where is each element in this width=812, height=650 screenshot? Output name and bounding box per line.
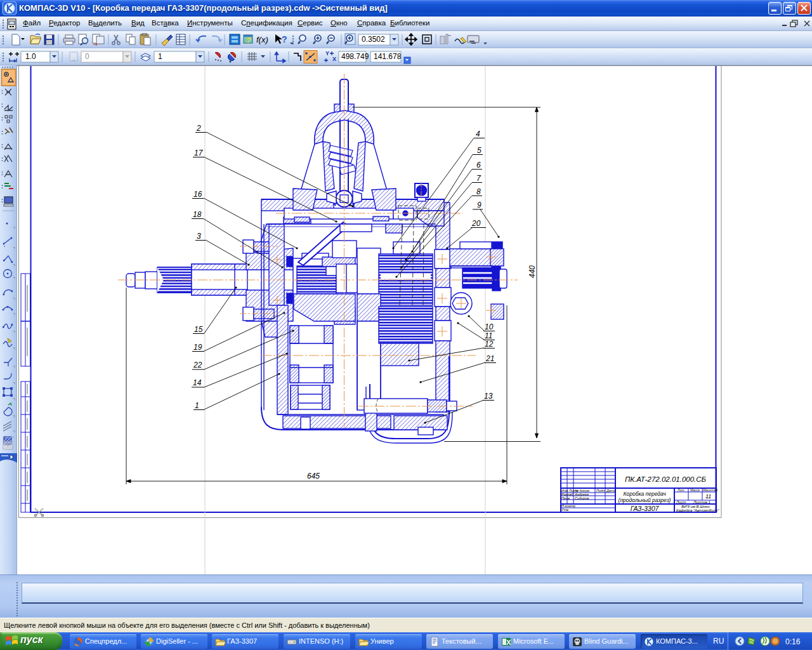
svg-text:Утв.: Утв.: [561, 508, 570, 512]
svg-text:12: 12: [485, 340, 494, 348]
svg-text:2: 2: [196, 124, 201, 133]
svg-text:f(x): f(x): [256, 35, 268, 44]
svg-text:440: 440: [528, 265, 537, 278]
svg-text:6: 6: [476, 161, 481, 169]
svg-text:1: 1: [158, 52, 162, 61]
svg-text:0.3502: 0.3502: [362, 35, 385, 44]
svg-text:ГАЗ-3307: ГАЗ-3307: [631, 505, 660, 512]
svg-text:Дата: Дата: [606, 489, 616, 493]
svg-text:10: 10: [485, 322, 494, 331]
svg-text:16: 16: [193, 190, 202, 199]
svg-text:9: 9: [477, 201, 481, 209]
svg-text:Подп.: Подп.: [596, 489, 606, 493]
svg-text:13: 13: [484, 392, 493, 401]
svg-text:?: ?: [282, 34, 287, 44]
svg-text:Масса: Масса: [690, 488, 700, 492]
svg-text:Сидоров: Сидоров: [575, 496, 589, 500]
svg-text:Масштаб: Масштаб: [703, 488, 718, 492]
svg-text:11: 11: [485, 331, 492, 340]
svg-text:Кафедра "Автомобили": Кафедра "Автомобили": [676, 508, 719, 512]
svg-text:8: 8: [476, 187, 481, 196]
svg-text:Лит.: Лит.: [677, 488, 685, 492]
svg-text:X: X: [332, 56, 336, 62]
svg-text:645: 645: [307, 472, 320, 481]
svg-text:ПК.АТ-272.02.01.000.СБ: ПК.АТ-272.02.01.000.СБ: [625, 475, 707, 483]
svg-text:14: 14: [193, 378, 202, 387]
svg-text:21: 21: [485, 354, 494, 363]
svg-text:15: 15: [194, 325, 203, 334]
svg-text:1.0: 1.0: [25, 52, 36, 61]
svg-text:?: ?: [246, 36, 251, 45]
svg-text:Пров.: Пров.: [561, 496, 571, 500]
svg-text:Листов 1: Листов 1: [693, 500, 710, 504]
svg-text:11: 11: [705, 493, 711, 500]
svg-text:498.749: 498.749: [341, 52, 369, 61]
svg-text:19: 19: [193, 343, 202, 352]
svg-text:1: 1: [195, 401, 199, 410]
svg-text:X: X: [506, 639, 511, 646]
svg-text:Коробка передач: Коробка передач: [623, 491, 666, 497]
svg-text:22: 22: [193, 361, 202, 369]
svg-text:17: 17: [194, 149, 204, 157]
svg-text:141.678: 141.678: [374, 52, 402, 61]
svg-text:20: 20: [471, 219, 481, 228]
svg-text:3: 3: [197, 232, 201, 241]
svg-text:(продольный разрез): (продольный разрез): [619, 497, 671, 503]
svg-text:Лист: Лист: [676, 500, 686, 504]
svg-text:5: 5: [477, 146, 481, 155]
svg-text:18: 18: [193, 210, 202, 219]
svg-text:Y: Y: [325, 50, 329, 56]
svg-text:4: 4: [476, 129, 480, 138]
svg-text:0: 0: [85, 52, 89, 61]
